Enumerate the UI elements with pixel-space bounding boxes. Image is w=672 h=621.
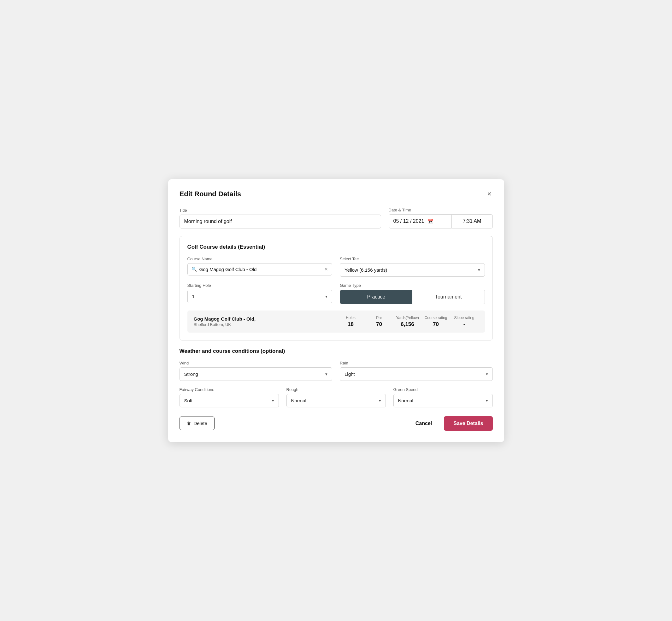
rough-group: Rough Normal ▾ (287, 387, 386, 407)
rain-group: Rain Light ▾ (340, 361, 493, 381)
course-info-name: Gog Magog Golf Club - Old, Shelford Bott… (194, 316, 337, 327)
golf-course-section: Golf Course details (Essential) Course N… (179, 236, 493, 340)
par-label: Par (365, 316, 393, 320)
footer-right: Cancel Save Details (410, 416, 493, 431)
starting-hole-dropdown[interactable]: 1 ▾ (187, 290, 333, 303)
title-label: Title (179, 208, 381, 213)
select-tee-label: Select Tee (340, 256, 485, 261)
cancel-button[interactable]: Cancel (410, 417, 437, 430)
chevron-down-icon: ▾ (486, 372, 488, 376)
course-name-input[interactable] (199, 266, 325, 272)
starting-hole-label: Starting Hole (187, 283, 333, 288)
yards-value: 6,156 (393, 321, 422, 328)
modal-title: Edit Round Details (179, 190, 241, 198)
yards-label: Yards(Yellow) (393, 316, 422, 320)
course-rating-label: Course rating (422, 316, 450, 320)
course-rating-stat: Course rating 70 (422, 316, 450, 328)
clear-icon[interactable]: ✕ (324, 266, 328, 272)
chevron-down-icon: ▾ (325, 294, 328, 299)
yards-stat: Yards(Yellow) 6,156 (393, 316, 422, 328)
green-speed-value: Normal (398, 398, 413, 403)
fairway-label: Fairway Conditions (179, 387, 279, 392)
course-tee-row: Course Name 🔍 ✕ Select Tee Yellow (6,156… (187, 256, 485, 277)
chevron-down-icon: ▾ (478, 267, 480, 272)
chevron-down-icon: ▾ (272, 398, 274, 403)
wind-dropdown[interactable]: Strong ▾ (179, 367, 333, 381)
game-type-label: Game Type (340, 283, 485, 288)
rough-value: Normal (291, 398, 306, 403)
time-value: 7:31 AM (463, 218, 481, 224)
datetime-label: Date & Time (389, 208, 493, 212)
holes-label: Holes (337, 316, 365, 320)
green-speed-label: Green Speed (393, 387, 493, 392)
green-speed-dropdown[interactable]: Normal ▾ (393, 394, 493, 407)
course-info-bar: Gog Magog Golf Club - Old, Shelford Bott… (187, 310, 485, 333)
fairway-dropdown[interactable]: Soft ▾ (179, 394, 279, 407)
close-button[interactable]: × (486, 189, 493, 199)
course-info-name-text: Gog Magog Golf Club - Old, (194, 316, 337, 322)
date-value: 05 / 12 / 2021 (393, 218, 424, 224)
save-button[interactable]: Save Details (444, 416, 493, 431)
practice-toggle-button[interactable]: Practice (340, 290, 412, 304)
par-stat: Par 70 (365, 316, 393, 328)
wind-value: Strong (184, 371, 198, 377)
datetime-field-group: Date & Time 05 / 12 / 2021 📅 7:31 AM (389, 208, 493, 229)
course-search-wrap[interactable]: 🔍 ✕ (187, 263, 333, 276)
golf-course-section-title: Golf Course details (Essential) (187, 244, 485, 250)
weather-section: Weather and course conditions (optional)… (179, 348, 493, 407)
course-name-label: Course Name (187, 256, 333, 261)
slope-rating-value: - (450, 321, 478, 328)
title-input[interactable] (179, 215, 381, 229)
holes-stat: Holes 18 (337, 316, 365, 328)
modal-header: Edit Round Details × (179, 189, 493, 199)
course-name-group: Course Name 🔍 ✕ (187, 256, 333, 277)
rough-dropdown[interactable]: Normal ▾ (287, 394, 386, 407)
slope-rating-label: Slope rating (450, 316, 478, 320)
title-field-group: Title (179, 208, 381, 229)
date-input[interactable]: 05 / 12 / 2021 📅 (389, 214, 452, 229)
game-type-toggle: Practice Tournament (340, 290, 485, 304)
calendar-icon: 📅 (427, 218, 433, 224)
fairway-value: Soft (184, 398, 193, 403)
starting-hole-value: 1 (192, 294, 195, 299)
select-tee-value: Yellow (6,156 yards) (344, 267, 387, 273)
rough-label: Rough (287, 387, 386, 392)
delete-label: Delete (194, 421, 207, 426)
tournament-toggle-button[interactable]: Tournament (412, 290, 485, 304)
footer-row: 🗑 Delete Cancel Save Details (179, 416, 493, 431)
holes-value: 18 (337, 321, 365, 328)
slope-rating-stat: Slope rating - (450, 316, 478, 328)
game-type-group: Game Type Practice Tournament (340, 283, 485, 304)
wind-group: Wind Strong ▾ (179, 361, 333, 381)
time-input[interactable]: 7:31 AM (452, 214, 493, 229)
datetime-inputs: 05 / 12 / 2021 📅 7:31 AM (389, 214, 493, 229)
par-value: 70 (365, 321, 393, 328)
select-tee-group: Select Tee Yellow (6,156 yards) ▾ (340, 256, 485, 277)
fairway-group: Fairway Conditions Soft ▾ (179, 387, 279, 407)
rain-value: Light (344, 371, 355, 377)
green-speed-group: Green Speed Normal ▾ (393, 387, 493, 407)
chevron-down-icon: ▾ (379, 398, 381, 403)
trash-icon: 🗑 (187, 421, 191, 426)
select-tee-dropdown[interactable]: Yellow (6,156 yards) ▾ (340, 263, 485, 277)
search-icon: 🔍 (192, 266, 197, 272)
rain-label: Rain (340, 361, 493, 365)
edit-round-modal: Edit Round Details × Title Date & Time 0… (168, 179, 504, 442)
conditions-row: Fairway Conditions Soft ▾ Rough Normal ▾… (179, 387, 493, 407)
top-row: Title Date & Time 05 / 12 / 2021 📅 7:31 … (179, 208, 493, 229)
rain-dropdown[interactable]: Light ▾ (340, 367, 493, 381)
chevron-down-icon: ▾ (486, 398, 488, 403)
starting-hole-group: Starting Hole 1 ▾ (187, 283, 333, 304)
course-rating-value: 70 (422, 321, 450, 328)
delete-button[interactable]: 🗑 Delete (179, 417, 214, 430)
hole-gametype-row: Starting Hole 1 ▾ Game Type Practice Tou… (187, 283, 485, 304)
wind-label: Wind (179, 361, 333, 365)
wind-rain-row: Wind Strong ▾ Rain Light ▾ (179, 361, 493, 381)
course-info-location: Shelford Bottom, UK (194, 322, 337, 327)
chevron-down-icon: ▾ (325, 372, 328, 376)
weather-title: Weather and course conditions (optional) (179, 348, 493, 355)
